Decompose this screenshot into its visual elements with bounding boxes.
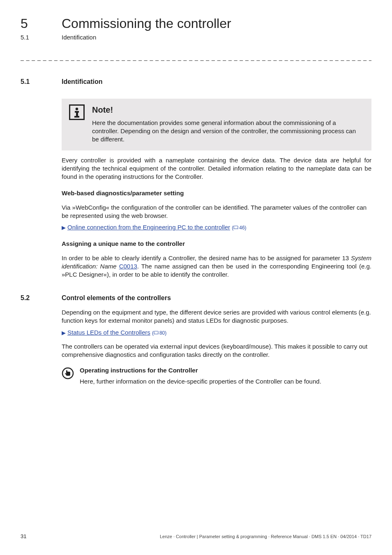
text-run: In order to be able to clearly identify … <box>62 254 351 261</box>
tip-title: Operating instructions for the Controlle… <box>80 366 371 375</box>
tip-body: Here, further information on the device-… <box>80 377 371 386</box>
svg-point-1 <box>76 108 78 110</box>
footer-text: Lenze · Controller | Parameter setting &… <box>160 534 371 540</box>
info-icon <box>69 104 85 122</box>
page-number: 31 <box>21 533 26 540</box>
section-5-1-heading: 5.1 Identification <box>21 77 371 86</box>
parameter-link[interactable]: C0013 <box>119 263 137 270</box>
hand-pointer-icon <box>62 366 74 382</box>
note-body: Here the documentation provides some gen… <box>92 119 364 144</box>
page-subheader: 5.1 Identification <box>21 33 371 42</box>
svg-rect-4 <box>74 116 79 118</box>
arrow-icon: ▶ <box>62 330 66 336</box>
subheading-web-diagnostics: Web-based diagnostics/parameter setting <box>62 189 371 197</box>
tip-block: Operating instructions for the Controlle… <box>62 366 371 386</box>
arrow-icon: ▶ <box>62 224 66 231</box>
paragraph: Every controller is provided with a name… <box>62 156 371 181</box>
paragraph: Depending on the equipment and type, the… <box>62 308 371 325</box>
section-title: Identification <box>62 77 103 86</box>
link-text: Online connection from the Engineering P… <box>67 224 230 231</box>
chapter-title: Commissioning the controller <box>62 16 231 31</box>
subheading-assigning-name: Assigning a unique name to the controlle… <box>62 240 371 248</box>
page-reference: (80) <box>152 330 166 336</box>
chapter-number: 5 <box>21 16 28 31</box>
section-5-2-heading: 5.2 Control elements of the controllers <box>21 294 371 303</box>
note-title: Note! <box>92 104 364 116</box>
separator-line: _ _ _ _ _ _ _ _ _ _ _ _ _ _ _ _ _ _ _ _ … <box>21 54 371 62</box>
section-number: 5.1 <box>21 77 62 86</box>
paragraph: In order to be able to clearly identify … <box>62 254 371 279</box>
svg-rect-3 <box>76 111 78 117</box>
paragraph: The controllers can be operated via exte… <box>62 342 371 359</box>
cross-reference-link[interactable]: ▶Online connection from the Engineering … <box>62 223 371 231</box>
page-reference: (46) <box>232 225 246 231</box>
section-title: Control elements of the controllers <box>62 294 171 303</box>
link-text: Status LEDs of the Controllers <box>67 329 150 336</box>
note-box: Note! Here the documentation provides so… <box>62 99 371 150</box>
paragraph: Via »WebConfig« the configuration of the… <box>62 204 371 220</box>
section-number: 5.2 <box>21 294 62 303</box>
page-footer: 31 Lenze · Controller | Parameter settin… <box>21 533 371 540</box>
page-header: 5 Commissioning the controller <box>21 15 371 32</box>
subsection-title-header: Identification <box>62 34 96 41</box>
subsection-number-header: 5.1 <box>21 34 29 41</box>
cross-reference-link[interactable]: ▶Status LEDs of the Controllers (80) <box>62 328 371 337</box>
